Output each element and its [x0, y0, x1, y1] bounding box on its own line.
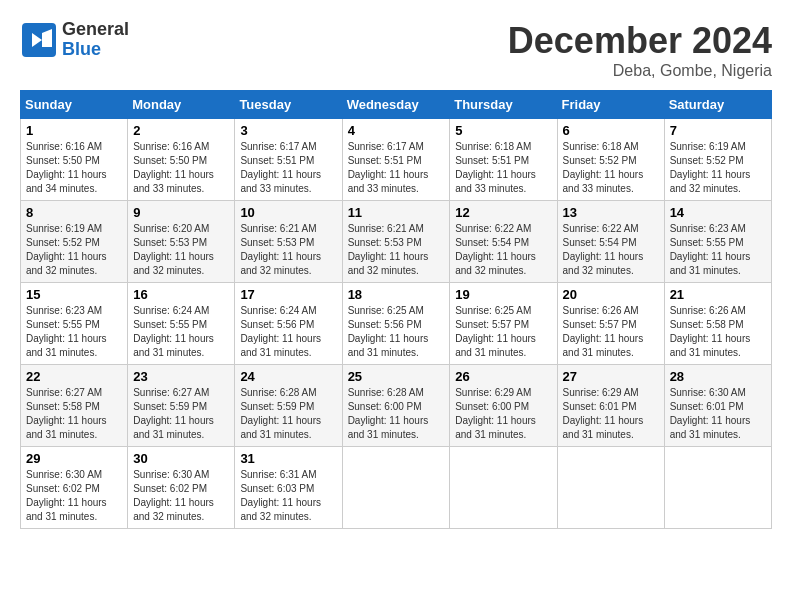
- day-info: Sunrise: 6:23 AMSunset: 5:55 PMDaylight:…: [670, 222, 766, 278]
- day-info: Sunrise: 6:26 AMSunset: 5:57 PMDaylight:…: [563, 304, 659, 360]
- header-cell-saturday: Saturday: [664, 91, 771, 119]
- title-block: December 2024 Deba, Gombe, Nigeria: [508, 20, 772, 80]
- day-info: Sunrise: 6:18 AMSunset: 5:51 PMDaylight:…: [455, 140, 551, 196]
- calendar-cell: [450, 447, 557, 529]
- calendar-cell: 17Sunrise: 6:24 AMSunset: 5:56 PMDayligh…: [235, 283, 342, 365]
- day-info: Sunrise: 6:30 AMSunset: 6:02 PMDaylight:…: [26, 468, 122, 524]
- calendar-cell: 28Sunrise: 6:30 AMSunset: 6:01 PMDayligh…: [664, 365, 771, 447]
- day-number: 29: [26, 451, 122, 466]
- day-number: 25: [348, 369, 445, 384]
- calendar-cell: 22Sunrise: 6:27 AMSunset: 5:58 PMDayligh…: [21, 365, 128, 447]
- day-number: 24: [240, 369, 336, 384]
- day-info: Sunrise: 6:21 AMSunset: 5:53 PMDaylight:…: [240, 222, 336, 278]
- calendar-cell: 25Sunrise: 6:28 AMSunset: 6:00 PMDayligh…: [342, 365, 450, 447]
- day-number: 4: [348, 123, 445, 138]
- day-number: 17: [240, 287, 336, 302]
- day-number: 13: [563, 205, 659, 220]
- header-cell-tuesday: Tuesday: [235, 91, 342, 119]
- logo: General Blue: [20, 20, 129, 60]
- calendar-cell: 18Sunrise: 6:25 AMSunset: 5:56 PMDayligh…: [342, 283, 450, 365]
- day-info: Sunrise: 6:16 AMSunset: 5:50 PMDaylight:…: [26, 140, 122, 196]
- calendar-cell: 7Sunrise: 6:19 AMSunset: 5:52 PMDaylight…: [664, 119, 771, 201]
- day-info: Sunrise: 6:22 AMSunset: 5:54 PMDaylight:…: [563, 222, 659, 278]
- day-info: Sunrise: 6:19 AMSunset: 5:52 PMDaylight:…: [26, 222, 122, 278]
- day-info: Sunrise: 6:24 AMSunset: 5:55 PMDaylight:…: [133, 304, 229, 360]
- day-number: 14: [670, 205, 766, 220]
- calendar-cell: 24Sunrise: 6:28 AMSunset: 5:59 PMDayligh…: [235, 365, 342, 447]
- calendar-row: 15Sunrise: 6:23 AMSunset: 5:55 PMDayligh…: [21, 283, 772, 365]
- calendar-cell: 31Sunrise: 6:31 AMSunset: 6:03 PMDayligh…: [235, 447, 342, 529]
- day-info: Sunrise: 6:29 AMSunset: 6:01 PMDaylight:…: [563, 386, 659, 442]
- calendar-cell: 20Sunrise: 6:26 AMSunset: 5:57 PMDayligh…: [557, 283, 664, 365]
- calendar-row: 22Sunrise: 6:27 AMSunset: 5:58 PMDayligh…: [21, 365, 772, 447]
- logo-text-line2: Blue: [62, 40, 129, 60]
- day-number: 2: [133, 123, 229, 138]
- day-number: 22: [26, 369, 122, 384]
- calendar-header-row: SundayMondayTuesdayWednesdayThursdayFrid…: [21, 91, 772, 119]
- day-info: Sunrise: 6:25 AMSunset: 5:57 PMDaylight:…: [455, 304, 551, 360]
- day-info: Sunrise: 6:27 AMSunset: 5:59 PMDaylight:…: [133, 386, 229, 442]
- calendar-cell: 9Sunrise: 6:20 AMSunset: 5:53 PMDaylight…: [128, 201, 235, 283]
- day-number: 5: [455, 123, 551, 138]
- calendar-cell: 16Sunrise: 6:24 AMSunset: 5:55 PMDayligh…: [128, 283, 235, 365]
- calendar-cell: 12Sunrise: 6:22 AMSunset: 5:54 PMDayligh…: [450, 201, 557, 283]
- day-info: Sunrise: 6:17 AMSunset: 5:51 PMDaylight:…: [348, 140, 445, 196]
- day-info: Sunrise: 6:16 AMSunset: 5:50 PMDaylight:…: [133, 140, 229, 196]
- day-number: 11: [348, 205, 445, 220]
- calendar-table: SundayMondayTuesdayWednesdayThursdayFrid…: [20, 90, 772, 529]
- day-info: Sunrise: 6:28 AMSunset: 5:59 PMDaylight:…: [240, 386, 336, 442]
- calendar-cell: [342, 447, 450, 529]
- calendar-cell: 30Sunrise: 6:30 AMSunset: 6:02 PMDayligh…: [128, 447, 235, 529]
- header-cell-wednesday: Wednesday: [342, 91, 450, 119]
- calendar-cell: 15Sunrise: 6:23 AMSunset: 5:55 PMDayligh…: [21, 283, 128, 365]
- day-number: 18: [348, 287, 445, 302]
- calendar-cell: [664, 447, 771, 529]
- day-info: Sunrise: 6:30 AMSunset: 6:01 PMDaylight:…: [670, 386, 766, 442]
- location: Deba, Gombe, Nigeria: [508, 62, 772, 80]
- calendar-cell: 4Sunrise: 6:17 AMSunset: 5:51 PMDaylight…: [342, 119, 450, 201]
- logo-icon: [20, 21, 58, 59]
- day-number: 6: [563, 123, 659, 138]
- day-info: Sunrise: 6:25 AMSunset: 5:56 PMDaylight:…: [348, 304, 445, 360]
- day-number: 3: [240, 123, 336, 138]
- calendar-cell: 10Sunrise: 6:21 AMSunset: 5:53 PMDayligh…: [235, 201, 342, 283]
- day-number: 28: [670, 369, 766, 384]
- day-info: Sunrise: 6:17 AMSunset: 5:51 PMDaylight:…: [240, 140, 336, 196]
- day-number: 30: [133, 451, 229, 466]
- calendar-cell: 2Sunrise: 6:16 AMSunset: 5:50 PMDaylight…: [128, 119, 235, 201]
- day-info: Sunrise: 6:24 AMSunset: 5:56 PMDaylight:…: [240, 304, 336, 360]
- logo-text-line1: General: [62, 20, 129, 40]
- header-cell-thursday: Thursday: [450, 91, 557, 119]
- day-number: 7: [670, 123, 766, 138]
- calendar-row: 8Sunrise: 6:19 AMSunset: 5:52 PMDaylight…: [21, 201, 772, 283]
- day-info: Sunrise: 6:23 AMSunset: 5:55 PMDaylight:…: [26, 304, 122, 360]
- calendar-cell: 3Sunrise: 6:17 AMSunset: 5:51 PMDaylight…: [235, 119, 342, 201]
- day-number: 1: [26, 123, 122, 138]
- day-info: Sunrise: 6:20 AMSunset: 5:53 PMDaylight:…: [133, 222, 229, 278]
- day-info: Sunrise: 6:27 AMSunset: 5:58 PMDaylight:…: [26, 386, 122, 442]
- day-info: Sunrise: 6:30 AMSunset: 6:02 PMDaylight:…: [133, 468, 229, 524]
- day-number: 10: [240, 205, 336, 220]
- day-number: 23: [133, 369, 229, 384]
- header-cell-monday: Monday: [128, 91, 235, 119]
- day-number: 19: [455, 287, 551, 302]
- day-info: Sunrise: 6:18 AMSunset: 5:52 PMDaylight:…: [563, 140, 659, 196]
- day-number: 12: [455, 205, 551, 220]
- day-info: Sunrise: 6:21 AMSunset: 5:53 PMDaylight:…: [348, 222, 445, 278]
- day-info: Sunrise: 6:29 AMSunset: 6:00 PMDaylight:…: [455, 386, 551, 442]
- day-number: 8: [26, 205, 122, 220]
- calendar-cell: 8Sunrise: 6:19 AMSunset: 5:52 PMDaylight…: [21, 201, 128, 283]
- calendar-cell: 1Sunrise: 6:16 AMSunset: 5:50 PMDaylight…: [21, 119, 128, 201]
- calendar-cell: 29Sunrise: 6:30 AMSunset: 6:02 PMDayligh…: [21, 447, 128, 529]
- calendar-cell: 6Sunrise: 6:18 AMSunset: 5:52 PMDaylight…: [557, 119, 664, 201]
- day-number: 31: [240, 451, 336, 466]
- month-title: December 2024: [508, 20, 772, 62]
- calendar-cell: 11Sunrise: 6:21 AMSunset: 5:53 PMDayligh…: [342, 201, 450, 283]
- calendar-cell: [557, 447, 664, 529]
- calendar-cell: 26Sunrise: 6:29 AMSunset: 6:00 PMDayligh…: [450, 365, 557, 447]
- calendar-cell: 27Sunrise: 6:29 AMSunset: 6:01 PMDayligh…: [557, 365, 664, 447]
- day-info: Sunrise: 6:31 AMSunset: 6:03 PMDaylight:…: [240, 468, 336, 524]
- calendar-cell: 13Sunrise: 6:22 AMSunset: 5:54 PMDayligh…: [557, 201, 664, 283]
- day-info: Sunrise: 6:22 AMSunset: 5:54 PMDaylight:…: [455, 222, 551, 278]
- calendar-cell: 19Sunrise: 6:25 AMSunset: 5:57 PMDayligh…: [450, 283, 557, 365]
